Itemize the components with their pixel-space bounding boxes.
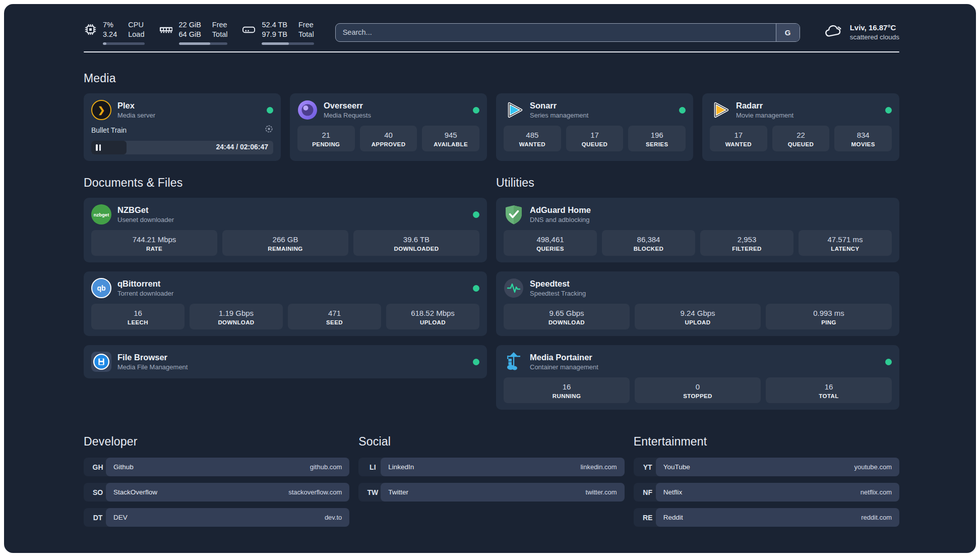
- stat-box: 9.65 Gbps DOWNLOAD: [504, 304, 630, 329]
- status-dot: [473, 359, 479, 365]
- weather-widget: Lviv, 16.87°C scattered clouds: [824, 23, 899, 42]
- service-desc: Speedtest Tracking: [530, 289, 586, 298]
- service-desc: Media server: [117, 111, 155, 120]
- section-title-social: Social: [358, 435, 624, 449]
- speedtest-icon: [504, 278, 524, 298]
- stat-box: 22 QUEUED: [772, 126, 830, 151]
- overseerr-card[interactable]: Overseerr Media Requests 21 PENDING 40 A…: [290, 93, 487, 161]
- memory-label-1: Free: [212, 20, 228, 30]
- service-desc: Media File Management: [117, 363, 188, 371]
- sonarr-icon: [504, 100, 524, 120]
- link-linkedin[interactable]: LI LinkedIn linkedin.com: [358, 458, 624, 476]
- service-name: Overseerr: [324, 100, 371, 111]
- memory-free: 22 GiB: [179, 20, 201, 30]
- link-url: youtube.com: [854, 463, 892, 471]
- link-twitter[interactable]: TW Twitter twitter.com: [358, 483, 624, 502]
- link-name: Reddit: [663, 514, 683, 521]
- memory-label-2: Total: [212, 30, 228, 39]
- utilities-column: Utilities AdGuard Home: [496, 161, 899, 410]
- stat-box: 945 AVAILABLE: [422, 126, 479, 151]
- service-desc: Media Requests: [324, 111, 371, 120]
- social-section: Social LI LinkedIn linkedin.com TW Twitt…: [358, 435, 624, 527]
- stat-box: 2,953 FILTERED: [700, 230, 793, 256]
- entertainment-section: Entertainment YT YouTube youtube.com NF …: [634, 435, 899, 527]
- sonarr-card[interactable]: Sonarr Series management 485 WANTED 17 Q…: [496, 93, 693, 161]
- stat-box: 47.571 ms LATENCY: [799, 230, 892, 256]
- media-grid: Plex Media server Bullet Train 24:44 / 0…: [84, 93, 899, 161]
- link-name: Twitter: [388, 488, 408, 496]
- disk-icon: [241, 20, 256, 38]
- cpu-usage: 7%: [103, 20, 117, 30]
- cpu-label-1: CPU: [128, 20, 144, 30]
- service-name: NZBGet: [117, 205, 174, 215]
- link-netflix[interactable]: NF Netflix netflix.com: [634, 483, 899, 502]
- link-dev[interactable]: DT DEV dev.to: [84, 508, 349, 527]
- service-desc: Torrent downloader: [117, 289, 173, 298]
- link-url: reddit.com: [861, 514, 892, 521]
- nzbget-card[interactable]: nzbget NZBGet Usenet downloader 744.21 M…: [84, 198, 487, 262]
- stat-box: 471 SEED: [288, 304, 381, 329]
- playback-progress-bar: 24:44 / 02:06:47: [91, 141, 273, 154]
- cpu-metric: 7% CPU 3.24 Load: [84, 20, 145, 45]
- link-github[interactable]: GH Github github.com: [84, 458, 349, 476]
- service-name: Speedtest: [530, 278, 586, 289]
- portainer-card[interactable]: Media Portainer Container management 16 …: [496, 345, 899, 410]
- nzbget-icon: nzbget: [91, 204, 111, 225]
- service-desc: DNS and adblocking: [530, 215, 591, 224]
- ram-icon: [159, 20, 173, 38]
- playback-time: 24:44 / 02:06:47: [216, 143, 268, 151]
- status-dot: [267, 107, 273, 114]
- link-url: dev.to: [325, 514, 342, 521]
- link-stackoverflow[interactable]: SO StackOverflow stackoverflow.com: [84, 483, 349, 502]
- service-name: Media Portainer: [530, 352, 598, 363]
- stat-box: 498,461 QUERIES: [504, 230, 597, 256]
- header-divider: [84, 51, 899, 52]
- status-dot: [679, 107, 686, 114]
- link-name: StackOverflow: [113, 488, 157, 496]
- weather-location-temp: Lviv, 16.87°C: [850, 23, 899, 33]
- stat-box: 0 STOPPED: [635, 377, 761, 403]
- stat-box: 0.993 ms PING: [766, 304, 892, 329]
- filebrowser-card[interactable]: File Browser Media File Management: [84, 345, 487, 378]
- stat-box: 834 MOVIES: [834, 126, 892, 151]
- session-icon[interactable]: [265, 125, 273, 135]
- speedtest-card[interactable]: Speedtest Speedtest Tracking 9.65 Gbps D…: [496, 271, 899, 336]
- memory-progress-bar: [179, 42, 228, 45]
- link-url: stackoverflow.com: [288, 488, 342, 496]
- disk-total: 97.9 TB: [262, 30, 287, 39]
- stat-box: 1.19 Gbps DOWNLOAD: [190, 304, 283, 329]
- stat-box: 16 TOTAL: [766, 377, 892, 403]
- pause-icon[interactable]: [96, 144, 101, 151]
- cpu-icon: [84, 20, 97, 38]
- search-input[interactable]: [336, 28, 800, 36]
- disk-metric: 52.4 TB Free 97.9 TB Total: [241, 20, 314, 45]
- portainer-icon: [504, 352, 524, 372]
- service-name: Radarr: [736, 100, 793, 111]
- link-url: linkedin.com: [580, 463, 617, 471]
- link-youtube[interactable]: YT YouTube youtube.com: [634, 458, 899, 476]
- search-engine-button[interactable]: G: [776, 24, 800, 41]
- memory-metric: 22 GiB Free 64 GiB Total: [159, 20, 228, 45]
- disk-label-2: Total: [298, 30, 314, 39]
- link-reddit[interactable]: RE Reddit reddit.com: [634, 508, 899, 527]
- documents-column: Documents & Files nzbget NZBGet Usenet d…: [84, 161, 487, 378]
- disk-free: 52.4 TB: [262, 20, 287, 30]
- screen: 7% CPU 3.24 Load 22 GiB: [0, 0, 980, 557]
- status-dot: [473, 107, 479, 114]
- qbittorrent-card[interactable]: qb qBittorrent Torrent downloader 16 LEE…: [84, 271, 487, 336]
- radarr-card[interactable]: Radarr Movie management 17 WANTED 22 QUE…: [702, 93, 899, 161]
- service-desc: Series management: [530, 111, 588, 120]
- stat-box: 86,384 BLOCKED: [602, 230, 695, 256]
- adguard-card[interactable]: AdGuard Home DNS and adblocking 498,461 …: [496, 198, 899, 262]
- bookmarks-grid: Developer GH Github github.com SO StackO…: [84, 435, 899, 527]
- overseerr-icon: [297, 100, 318, 120]
- plex-card[interactable]: Plex Media server Bullet Train 24:44 / 0…: [84, 93, 281, 161]
- stat-box: 744.21 Mbps RATE: [91, 230, 217, 256]
- dashboard: 7% CPU 3.24 Load 22 GiB: [4, 4, 976, 553]
- memory-total: 64 GiB: [179, 30, 201, 39]
- section-title-entertainment: Entertainment: [634, 435, 899, 449]
- service-name: Plex: [117, 100, 155, 111]
- cloud-icon: [824, 24, 843, 41]
- section-title-documents: Documents & Files: [84, 176, 487, 190]
- stat-box: 17 WANTED: [710, 126, 767, 151]
